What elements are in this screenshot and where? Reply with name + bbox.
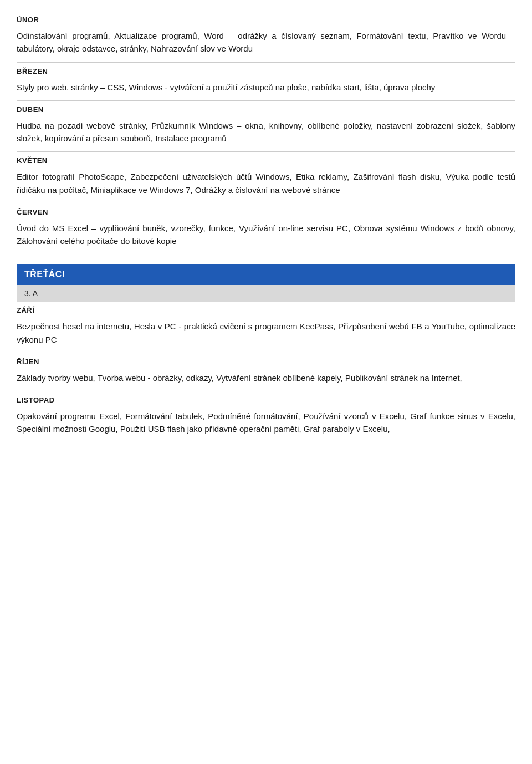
month-content-zari: Bezpečnost hesel na internetu, Hesla v P… — [17, 317, 515, 353]
sections-group-1: ÚNOR Odinstalování programů, Aktualizace… — [17, 11, 515, 254]
month-content-unor: Odinstalování programů, Aktualizace prog… — [17, 26, 515, 62]
month-content-cerven: Úvod do MS Excel – vyplňování buněk, vzo… — [17, 218, 515, 254]
section-brezen: BŘEZEN Styly pro web. stránky – CSS, Win… — [17, 63, 515, 101]
month-header-duben: DUBEN — [17, 101, 515, 116]
month-header-rijen: ŘÍJEN — [17, 353, 515, 368]
section-listopad: LISTOPAD Opakování programu Excel, Formá… — [17, 391, 515, 442]
section-cerven: ČERVEN Úvod do MS Excel – vyplňování bun… — [17, 203, 515, 254]
month-header-listopad: LISTOPAD — [17, 391, 515, 406]
section-duben: DUBEN Hudba na pozadí webové stránky, Pr… — [17, 101, 515, 152]
section-rijen: ŘÍJEN Základy tvorby webu, Tvorba webu -… — [17, 353, 515, 391]
section-zari: ZÁŘÍ Bezpečnost hesel na internetu, Hesl… — [17, 302, 515, 353]
month-content-kveten: Editor fotografií PhotoScape, Zabezpečen… — [17, 167, 515, 203]
month-header-cerven: ČERVEN — [17, 203, 515, 218]
section-unor: ÚNOR Odinstalování programů, Aktualizace… — [17, 11, 515, 63]
month-header-brezen: BŘEZEN — [17, 63, 515, 78]
section-kveten: KVĚTEN Editor fotografií PhotoScape, Zab… — [17, 152, 515, 203]
month-content-rijen: Základy tvorby webu, Tvorba webu - obráz… — [17, 368, 515, 391]
month-content-brezen: Styly pro web. stránky – CSS, Windows - … — [17, 78, 515, 100]
month-content-duben: Hudba na pozadí webové stránky, Průzkumn… — [17, 116, 515, 152]
subgroup-header-3a: 3. A — [17, 285, 515, 302]
month-header-unor: ÚNOR — [17, 11, 515, 26]
group-header-tretaci: TŘEŤÁCI — [17, 264, 515, 285]
sections-group-2: ZÁŘÍ Bezpečnost hesel na internetu, Hesl… — [17, 302, 515, 442]
month-header-kveten: KVĚTEN — [17, 152, 515, 167]
month-header-zari: ZÁŘÍ — [17, 302, 515, 317]
month-content-listopad: Opakování programu Excel, Formátování ta… — [17, 406, 515, 442]
